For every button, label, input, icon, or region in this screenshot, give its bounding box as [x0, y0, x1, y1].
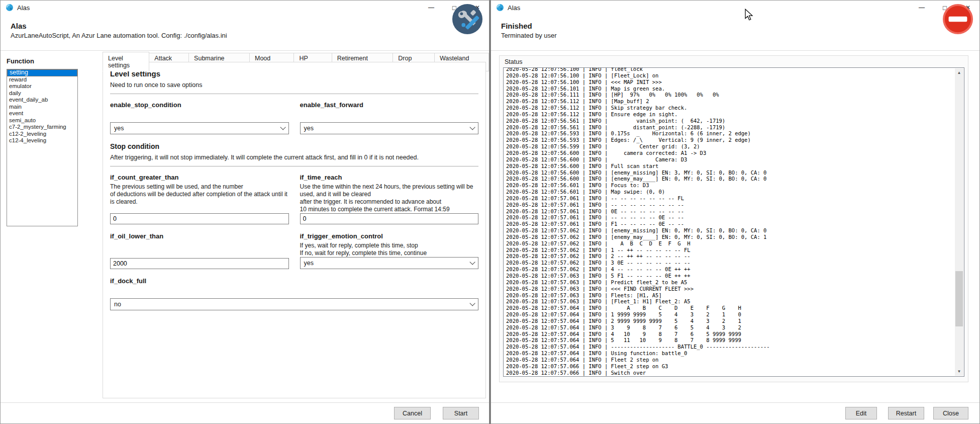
if-trigger-emotion-control-select[interactable]: yes: [300, 257, 479, 269]
field-if-oil-lower-than: if_oil_lower_than: [110, 232, 289, 269]
run-header: Finished Terminated by user: [491, 15, 979, 51]
minimize-button[interactable]: —: [420, 1, 443, 15]
tab-level-settings[interactable]: Level settings: [103, 52, 149, 71]
function-item-event[interactable]: event: [7, 110, 77, 117]
if-count-greater-than-input[interactable]: [110, 213, 289, 224]
config-subtitle: AzurLaneAutoScript, An Azur Lane automat…: [11, 32, 479, 39]
if-dock-full-select[interactable]: no: [110, 298, 478, 310]
function-list[interactable]: settingrewardemulatordailyevent_daily_ab…: [7, 69, 78, 226]
scroll-down-icon[interactable]: ▼: [955, 367, 963, 376]
field-enable-stop-condition: enable_stop_condition yes: [110, 101, 289, 134]
alas-log-window: Alas — □ ✕ Finished Terminated by user S…: [491, 0, 980, 424]
function-item-c12-2_leveling[interactable]: c12-2_leveling: [7, 131, 77, 138]
log-scrollbar[interactable]: ▲ ▼: [955, 68, 963, 376]
section-heading-level-settings: Level settings: [110, 69, 478, 78]
field-if-count-greater-than: if_count_greater_than The previous setti…: [110, 174, 289, 224]
divider: [110, 94, 478, 94]
stop-icon: [942, 4, 973, 35]
titlebar[interactable]: Alas — □ ✕: [491, 1, 979, 15]
enable-fast-forward-select[interactable]: yes: [300, 122, 479, 134]
log-output[interactable]: 2020-05-28 12:07:56.100 | INFO | fleet_l…: [503, 67, 964, 377]
alas-config-window: Alas — □ ✕ Alas AzurLaneAutoScript, An A…: [0, 0, 489, 424]
section-note-stop-condition: After triggering, it will not stop immed…: [110, 154, 478, 161]
chevron-down-icon: [280, 124, 285, 130]
field-if-trigger-emotion-control: if_trigger_emotion_control If yes, wait …: [300, 232, 479, 269]
if-time-reach-input[interactable]: [300, 213, 479, 224]
close-action-button[interactable]: Close: [933, 407, 968, 419]
field-description: Use the time within the next 24 hours, t…: [300, 183, 479, 213]
cancel-button[interactable]: Cancel: [394, 407, 431, 419]
chevron-down-icon: [469, 300, 475, 306]
field-enable-fast-forward: enable_fast_forward yes: [300, 101, 479, 134]
field-label: enable_stop_condition: [110, 101, 289, 109]
edit-button[interactable]: Edit: [845, 407, 877, 419]
config-title: Alas: [11, 22, 479, 30]
if-oil-lower-than-input[interactable]: [110, 258, 289, 269]
function-item-event_daily_ab[interactable]: event_daily_ab: [7, 97, 77, 104]
field-label: if_dock_full: [110, 277, 478, 285]
function-item-daily[interactable]: daily: [7, 90, 77, 97]
select-value: no: [114, 301, 121, 308]
field-label: if_oil_lower_than: [110, 232, 289, 240]
alas-logo-icon: [496, 4, 504, 12]
section-note-level-settings: Need to run once to save options: [110, 81, 478, 89]
function-item-semi_auto[interactable]: semi_auto: [7, 117, 77, 124]
field-if-dock-full: if_dock_full no: [110, 277, 478, 310]
log-text: 2020-05-28 12:07:56.100 | INFO | fleet_l…: [506, 67, 964, 377]
wrench-screwdriver-icon: [452, 4, 483, 35]
window-title: Alas: [17, 4, 30, 12]
field-label: enable_fast_forward: [300, 101, 479, 109]
scrollbar-thumb[interactable]: [955, 271, 963, 326]
left-button-bar: Cancel Start: [1, 402, 489, 423]
field-description: If yes, wait for reply, complete this ti…: [300, 242, 479, 257]
mouse-cursor: [744, 9, 754, 21]
function-item-emulator[interactable]: emulator: [7, 83, 77, 90]
enable-stop-condition-select[interactable]: yes: [110, 122, 289, 134]
settings-pane: Level settings Need to run once to save …: [103, 62, 486, 398]
titlebar[interactable]: Alas — □ ✕: [1, 1, 489, 15]
run-status-title: Finished: [501, 22, 969, 30]
minimize-button[interactable]: —: [910, 1, 933, 15]
chevron-down-icon: [469, 259, 475, 265]
restart-button[interactable]: Restart: [888, 407, 924, 419]
select-value: yes: [304, 260, 314, 267]
select-value: yes: [304, 125, 314, 132]
start-button[interactable]: Start: [443, 407, 479, 419]
right-button-bar: Edit Restart Close: [491, 402, 979, 423]
field-label: if_count_greater_than: [110, 174, 289, 181]
function-item-c12-4_leveling[interactable]: c12-4_leveling: [7, 137, 77, 144]
field-label: if_time_reach: [300, 174, 479, 181]
function-item-reward[interactable]: reward: [7, 76, 77, 83]
config-header: Alas AzurLaneAutoScript, An Azur Lane au…: [1, 15, 489, 51]
function-label: Function: [7, 57, 93, 65]
function-item-setting[interactable]: setting: [7, 69, 77, 76]
field-description: The previous setting will be used, and t…: [110, 183, 289, 206]
status-label: Status: [505, 58, 522, 65]
status-groupbox: Status 2020-05-28 12:07:56.100 | INFO | …: [499, 55, 968, 382]
function-sidebar: Function settingrewardemulatordailyevent…: [1, 51, 99, 401]
scroll-up-icon[interactable]: ▲: [955, 68, 963, 77]
function-item-c7-2_mystery_farming[interactable]: c7-2_mystery_farming: [7, 124, 77, 131]
select-value: yes: [114, 125, 124, 132]
chevron-down-icon: [469, 124, 475, 130]
alas-logo-icon: [6, 4, 14, 12]
field-label: if_trigger_emotion_control: [300, 232, 479, 240]
section-heading-stop-condition: Stop condition: [110, 142, 478, 150]
field-if-time-reach: if_time_reach Use the time within the ne…: [300, 174, 479, 224]
divider: [110, 166, 478, 166]
window-title: Alas: [508, 4, 520, 12]
function-item-main[interactable]: main: [7, 104, 77, 111]
run-status-subtitle: Terminated by user: [501, 32, 969, 39]
